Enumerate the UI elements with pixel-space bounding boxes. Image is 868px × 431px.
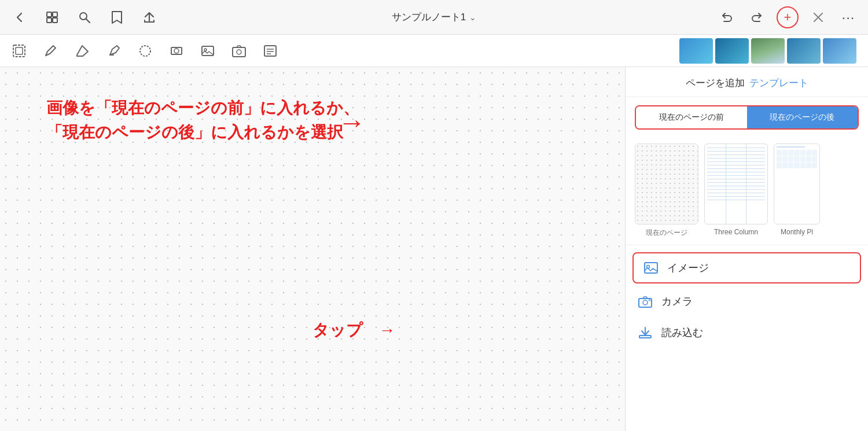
camera-menu-icon — [637, 294, 653, 309]
template-label-three-col: Three Column — [714, 228, 758, 236]
panel-title: ページを追加 — [686, 76, 745, 90]
svg-rect-0 — [47, 12, 52, 17]
image-menu-icon — [643, 260, 659, 275]
camera-tool[interactable] — [231, 43, 247, 58]
template-item-monthly[interactable]: Monthly Pl — [774, 143, 820, 238]
title-chevron: ⌄ — [469, 13, 476, 22]
camera-menu-label: カメラ — [661, 294, 693, 308]
right-panel: ページを追加 テンプレート 現在のページの前 現在のページの後 現在のページ — [625, 67, 868, 431]
highlighter-tool[interactable] — [106, 43, 122, 58]
grid-view-button[interactable] — [42, 7, 62, 28]
svg-rect-9 — [16, 47, 23, 54]
image-menu-item[interactable]: イメージ — [632, 252, 861, 283]
position-before-button[interactable]: 現在のページの前 — [636, 106, 747, 128]
svg-rect-3 — [53, 18, 57, 23]
thumb-2[interactable] — [715, 38, 749, 64]
annotation-arrow-1: → — [338, 106, 366, 138]
add-page-button[interactable]: + — [777, 6, 799, 28]
thumb-3[interactable] — [751, 38, 785, 64]
shape-tool[interactable] — [169, 43, 184, 58]
share-button[interactable] — [139, 7, 160, 28]
svg-line-5 — [86, 19, 90, 23]
svg-rect-1 — [53, 12, 57, 17]
position-selector: 現在のページの前 現在のページの後 — [635, 105, 859, 130]
svg-rect-2 — [47, 18, 52, 23]
svg-point-17 — [237, 50, 241, 54]
template-thumb-three-col — [704, 143, 768, 224]
thumb-1[interactable] — [679, 38, 713, 64]
back-button[interactable] — [9, 7, 30, 28]
image-tool[interactable] — [200, 43, 215, 58]
bookmark-button[interactable] — [106, 7, 127, 28]
svg-rect-8 — [13, 45, 25, 57]
thumb-5[interactable] — [823, 38, 856, 64]
camera-menu-item[interactable]: カメラ — [626, 286, 868, 317]
select-tool[interactable] — [12, 43, 27, 58]
svg-rect-16 — [233, 47, 245, 57]
template-label-current: 現在のページ — [646, 228, 687, 238]
svg-rect-26 — [649, 300, 650, 301]
close-button[interactable] — [808, 7, 829, 28]
svg-point-11 — [140, 46, 150, 56]
svg-point-13 — [174, 49, 179, 53]
panel-header: ページを追加 テンプレート — [626, 67, 868, 97]
top-bar-right: + ··· — [716, 6, 859, 28]
svg-rect-18 — [264, 46, 276, 56]
panel-template-link[interactable]: テンプレート — [749, 76, 808, 90]
import-menu-icon — [637, 325, 653, 340]
svg-rect-27 — [639, 336, 651, 338]
tap-annotation: タップ → — [312, 319, 395, 341]
top-bar-left — [9, 7, 160, 28]
annotation-text-1: 画像を「現在のページの前」に入れるか、 「現在のページの後」に入れるかを選択 — [46, 96, 359, 145]
import-menu-label: 読み込む — [661, 326, 703, 340]
main-area: 画像を「現在のページの前」に入れるか、 「現在のページの後」に入れるかを選択 →… — [0, 67, 868, 431]
redo-button[interactable] — [746, 7, 767, 28]
template-item-current[interactable]: 現在のページ — [635, 143, 698, 238]
svg-rect-22 — [645, 263, 657, 273]
top-bar: サンプルノート1 ⌄ + ··· — [0, 0, 868, 35]
drawing-toolbar — [0, 35, 868, 67]
template-row: 現在のページ — [626, 138, 868, 240]
notebook-canvas[interactable]: 画像を「現在のページの前」に入れるか、 「現在のページの後」に入れるかを選択 →… — [0, 67, 625, 431]
notebook-title[interactable]: サンプルノート1 ⌄ — [392, 10, 476, 24]
search-button[interactable] — [74, 7, 95, 28]
more-button[interactable]: ··· — [838, 7, 859, 28]
template-thumb-monthly — [774, 143, 820, 224]
thumb-4[interactable] — [787, 38, 821, 64]
title-text: サンプルノート1 — [392, 10, 466, 24]
template-label-monthly: Monthly Pl — [781, 228, 813, 236]
lasso-tool[interactable] — [138, 43, 153, 58]
eraser-tool[interactable] — [74, 43, 90, 58]
page-thumbnail-strip — [679, 38, 856, 64]
panel-divider — [626, 245, 868, 245]
svg-point-25 — [643, 300, 648, 305]
text-tool[interactable] — [263, 43, 278, 58]
template-thumb-current — [635, 143, 698, 224]
undo-button[interactable] — [716, 7, 737, 28]
template-item-three-col[interactable]: Three Column — [704, 143, 768, 238]
position-after-button[interactable]: 現在のページの後 — [747, 106, 858, 128]
import-menu-item[interactable]: 読み込む — [626, 317, 868, 348]
pen-tool[interactable] — [43, 43, 58, 58]
image-menu-label: イメージ — [667, 261, 709, 275]
